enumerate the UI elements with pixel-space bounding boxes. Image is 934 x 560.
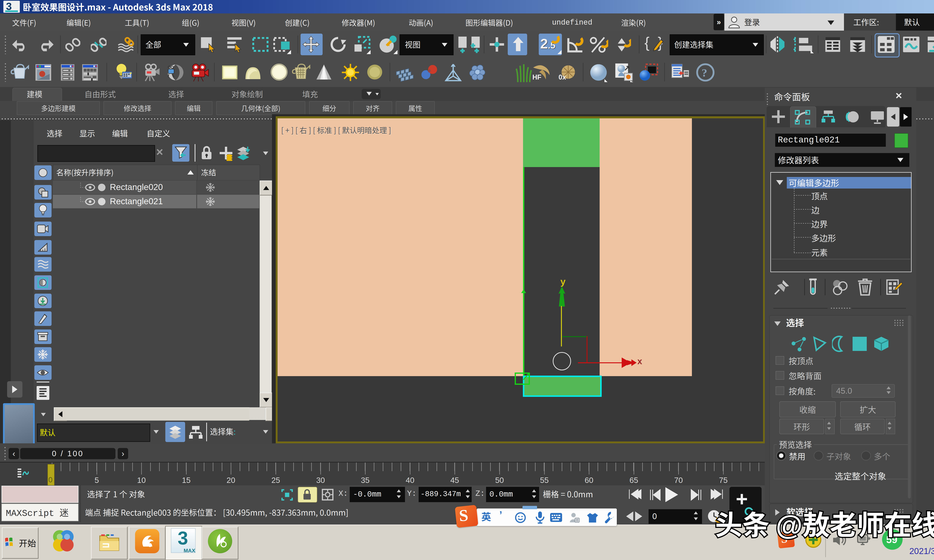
svg-text:0x: 0x [558, 73, 566, 81]
svg-text:?: ? [701, 67, 707, 79]
svg-text:HF: HF [532, 73, 541, 81]
